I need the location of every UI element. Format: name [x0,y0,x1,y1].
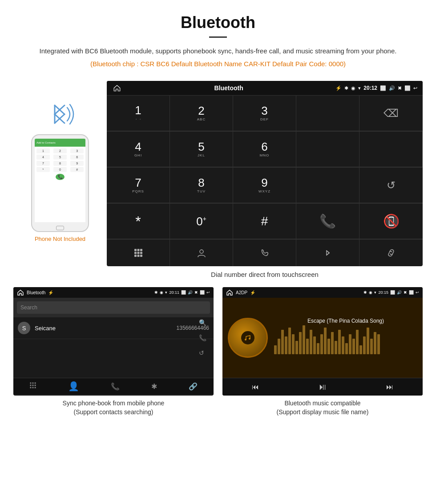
dial-key-0[interactable]: 0+ [170,204,233,239]
dial-key-8[interactable]: 8 TUV [170,168,233,203]
svg-rect-12 [134,255,137,257]
music-album-art [228,318,268,358]
music-vol-icon: 🔊 [397,290,402,295]
phone-mockup: Add to Contacts 1 2 3 4 5 6 7 8 [31,134,89,232]
dial-key-2[interactable]: 2 ABC [170,96,233,131]
phone-screen-header: Add to Contacts [35,139,85,147]
pb-call-icon[interactable]: 📞 [199,334,206,341]
music-section: A2DP ⚡ ✱ ◉ ▾ 20:15 ⬜ 🔊 ✖ ⬜ ↩ [222,287,423,416]
bottom-section: Bluetooth ⚡ ✱ ◉ ▾ 20:11 ⬜ 🔊 ✖ ⬜ ↩ [0,287,436,416]
pb-toolbar: 👤 📞 ✱ 🔗 [13,378,214,394]
pb-bt-icon: ✱ [154,290,158,295]
music-status-left: A2DP ⚡ [226,289,255,296]
music-next-btn[interactable]: ⏭ [386,383,393,391]
phone-bottom [32,225,88,231]
viz-bar [359,345,362,354]
svg-rect-18 [32,382,33,384]
svg-rect-20 [30,385,31,386]
dial-key-6[interactable]: 6 MNO [233,132,296,167]
pb-app-name: Bluetooth [27,290,45,295]
toolbar-link-btn[interactable] [359,240,423,266]
viz-bar [338,330,341,354]
music-right: Escape (The Pina Colada Song) [274,318,417,358]
svg-rect-19 [34,382,36,384]
svg-rect-14 [140,255,142,257]
pb-tb-phone[interactable]: 📞 [111,382,120,391]
dial-screen-section: Bluetooth ⚡ ✱ ◉ ▾ 20:12 ⬜ 🔊 ✖ ⬜ ↩ 1 [107,81,423,287]
toolbar-dialpad-btn[interactable] [107,240,170,266]
svg-point-27 [249,338,250,340]
dial-backspace-btn[interactable]: ⌫ [359,96,423,131]
dial-key-1[interactable]: 1 ・・ [107,96,170,131]
page-description: Integrated with BC6 Bluetooth module, su… [27,46,409,56]
dial-row-1: 1 ・・ 2 ABC 3 DEF ⌫ [107,95,423,131]
pb-search-input[interactable]: Search [17,301,210,314]
dial-row-2: 4 GHI 5 JKL 6 MNO [107,131,423,167]
back-icon: ↩ [413,85,417,91]
svg-rect-17 [30,382,31,384]
music-content: Escape (The Pina Colada Song) [222,298,423,378]
window-icon: ⬜ [404,85,411,91]
viz-bar [352,339,355,354]
pb-status-right: ✱ ◉ ▾ 20:11 ⬜ 🔊 ✖ ⬜ ↩ [154,290,210,295]
dial-key-5[interactable]: 5 JKL [170,132,233,167]
camera-icon: ⬜ [380,85,386,91]
pb-tb-contacts[interactable]: 👤 [68,381,79,392]
viz-bar [327,339,330,354]
dial-empty-3 [296,168,359,203]
viz-bar [345,343,348,354]
music-visualizer [274,328,417,354]
pb-search-icon[interactable]: 🔍 [199,319,206,326]
close-icon: ✖ [398,85,402,91]
phone-dial-hash: # [70,167,84,172]
viz-bar [377,334,380,354]
dial-call-red-btn[interactable]: 📵 [359,204,423,239]
svg-rect-25 [34,387,36,388]
pb-spacer [13,339,214,375]
svg-rect-11 [140,252,142,254]
phonebook-section: Bluetooth ⚡ ✱ ◉ ▾ 20:11 ⬜ 🔊 ✖ ⬜ ↩ [13,287,214,416]
toolbar-bluetooth-btn[interactable] [296,240,359,266]
dial-key-7[interactable]: 7 PQRS [107,168,170,203]
bluetooth-waves-icon [42,99,78,128]
phone-dial-2: 2 [53,148,67,153]
pb-refresh-icon[interactable]: ↺ [199,349,206,356]
music-home-icon [226,289,233,296]
volume-icon: 🔊 [389,85,395,91]
svg-point-15 [200,250,203,253]
bluetooth-status-icon: ✱ [344,85,348,91]
dial-caption: Dial number direct from touchscreen [107,271,423,278]
phone-dial-1: 1 [36,148,50,153]
page-specs: (Bluetooth chip : CSR BC6 Default Blueto… [27,60,409,68]
dial-key-star[interactable]: * [107,204,170,239]
pb-back-icon: ↩ [206,290,210,295]
home-icon[interactable] [112,83,122,93]
dial-key-9[interactable]: 9 WXYZ [233,168,296,203]
viz-bar [313,336,316,354]
dial-key-4[interactable]: 4 GHI [107,132,170,167]
pb-tb-bt[interactable]: ✱ [151,382,157,391]
pb-contact-name: Seicane [35,325,177,332]
music-prev-btn[interactable]: ⏮ [252,383,259,391]
music-play-pause-btn[interactable]: ⏯ [318,382,327,392]
viz-bar [342,336,344,354]
phone-dial-star: * [36,167,50,172]
viz-bar [281,330,284,354]
dial-refresh-btn[interactable]: ↺ [359,168,423,203]
toolbar-phone-btn[interactable] [233,240,296,266]
phone-screen: Add to Contacts 1 2 3 4 5 6 7 8 [35,139,85,222]
pb-tb-dialpad[interactable] [29,382,36,391]
pb-tb-link[interactable]: 🔗 [189,382,198,391]
phone-dial-4: 4 [36,155,50,160]
dial-key-3[interactable]: 3 DEF [233,96,296,131]
dial-call-green-btn[interactable]: 📞 [296,204,359,239]
page-header: Bluetooth Integrated with BC6 Bluetooth … [0,0,436,81]
viz-bar [317,343,319,354]
viz-bar [306,339,309,354]
toolbar-contacts-btn[interactable] [170,240,233,266]
status-bar-right: ⚡ ✱ ◉ ▾ 20:12 ⬜ 🔊 ✖ ⬜ ↩ [335,85,417,91]
dial-key-hash[interactable]: # [233,204,296,239]
viz-bar [320,334,323,354]
svg-rect-7 [137,249,139,251]
bluetooth-icon-area [42,99,78,130]
